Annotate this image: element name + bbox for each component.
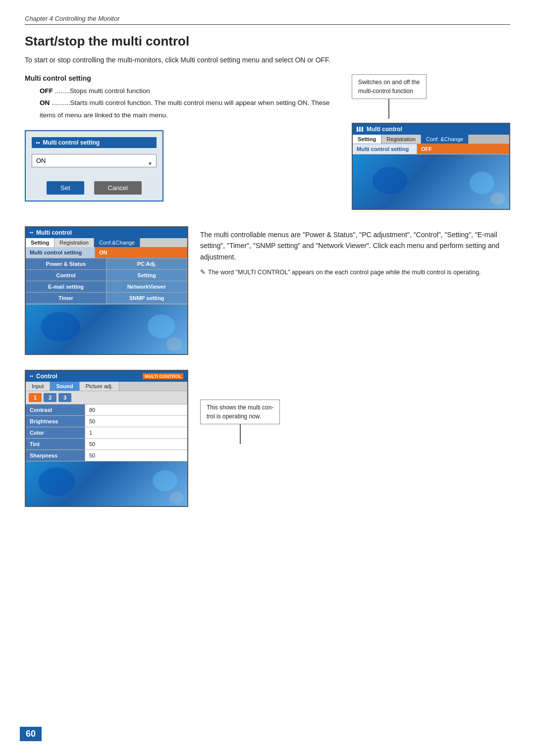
dialog-select[interactable]: ON OFF [32, 154, 157, 167]
mid-note: The word "MULTI CONTROL" appears on the … [200, 267, 510, 277]
ctrl-label-sharpness: Sharpness [26, 450, 85, 461]
mc-val-setting: ON [95, 247, 187, 258]
mid-right: The multi controllable menus are "Power … [200, 226, 510, 277]
ctrl-val-contrast: 80 [85, 404, 187, 415]
tab-conf-change[interactable]: Conf. &Change [421, 135, 469, 144]
bottom-section: ▪▪ Control MULTI CONTROL Input Sound Pic… [25, 370, 510, 507]
blob3 [490, 193, 505, 205]
mc-blob2 [148, 314, 175, 338]
mc-panel-header: ▪▪ Multi control [26, 227, 187, 238]
ctrl-blob2 [153, 470, 177, 491]
top-panel-header: ▪▪ Multi control [353, 124, 509, 135]
ctrl-tab-sound[interactable]: Sound [50, 382, 79, 391]
tab-registration[interactable]: Registration [381, 135, 421, 144]
page-number: 60 [20, 727, 42, 741]
blob1 [373, 167, 407, 194]
ctrl-val-color: 1 [85, 427, 187, 438]
mc-cell-netviewer[interactable]: NetworkViewer [107, 281, 187, 293]
ctrl-label-tint: Tint [26, 439, 85, 450]
mc-cell-snmp[interactable]: SNMP setting [107, 293, 187, 304]
ctrl-row-sharpness: Sharpness 50 [26, 450, 187, 461]
ctrl-screenshot [26, 461, 187, 506]
bottom-right: This shows the multi con- trol is operat… [200, 370, 510, 448]
bottom-left: ▪▪ Control MULTI CONTROL Input Sound Pic… [25, 370, 188, 507]
ctrl-tab-picadj[interactable]: Picture adj. [80, 382, 119, 391]
ctrl-tab-input[interactable]: Input [26, 382, 50, 391]
off-label: OFF [40, 87, 53, 95]
mc-tab-registration[interactable]: Registration [54, 238, 94, 247]
panel-value-setting: OFF [417, 144, 509, 154]
section-title: Start/stop the multi control [25, 34, 510, 49]
ctrl-label-color: Color [26, 427, 85, 438]
ctrl-num-1[interactable]: 1 [29, 393, 42, 402]
on-desc: ..........Starts multi control function.… [40, 99, 330, 118]
ctrl-val-tint: 50 [85, 439, 187, 450]
callout-line-bottom [240, 424, 241, 444]
mc-tab-setting[interactable]: Setting [26, 238, 54, 247]
mc-cell-setting[interactable]: Setting [107, 270, 187, 281]
ctrl-row-contrast: Contrast 80 [26, 404, 187, 416]
top-ui-panel: ▪▪ Multi control Setting Registration Co… [352, 123, 510, 210]
mc-panel-tabs: Setting Registration Conf.&Change [26, 238, 187, 247]
panel-label-setting: Multi control setting [353, 144, 417, 154]
ctrl-blob3 [169, 492, 183, 504]
ctrl-num-row: 1 2 3 [26, 391, 187, 404]
dialog-buttons: Set Cancel [32, 181, 157, 195]
on-label: ON [40, 99, 50, 106]
on-setting: ON ..........Starts multi control functi… [40, 97, 342, 121]
mid-paragraph: The multi controllable menus are "Power … [200, 229, 510, 262]
mc-cell-control[interactable]: Control [26, 270, 107, 281]
mid-left: ▪▪ Multi control Setting Registration Co… [25, 226, 188, 355]
setting-list: OFF ........Stops multi control function… [40, 85, 342, 121]
ctrl-label-contrast: Contrast [26, 404, 85, 415]
callout-bottom: This shows the multi con- trol is operat… [200, 400, 280, 444]
top-panel-tabs: Setting Registration Conf. &Change [353, 135, 509, 144]
callout-text-top: Switches on and off the multi-control fu… [352, 74, 427, 99]
mc-blob3 [166, 337, 182, 351]
mc-row-setting: Multi control setting ON [26, 247, 187, 258]
mc-tab-conf[interactable]: Conf.&Change [94, 238, 140, 247]
mc-cell-email[interactable]: E-mail setting [26, 281, 107, 293]
callout-line-top [388, 99, 389, 119]
tab-setting[interactable]: Setting [353, 135, 381, 144]
multi-badge: MULTI CONTROL [143, 373, 183, 379]
top-panel-preview [353, 154, 509, 209]
ctrl-header: ▪▪ Control MULTI CONTROL [26, 371, 187, 382]
mc-screenshot [26, 304, 187, 354]
set-button[interactable]: Set [47, 181, 84, 195]
ctrl-dots: ▪▪ [30, 373, 33, 379]
ctrl-tabs: Input Sound Picture adj. [26, 382, 187, 391]
top-right: Switches on and off the multi-control fu… [352, 74, 510, 210]
ctrl-blob1 [38, 467, 75, 496]
mc-cell-power[interactable]: Power & Status [26, 258, 107, 270]
mc-dots: ▪▪ [30, 230, 33, 235]
mc-cell-pcadj[interactable]: PC Adj. [107, 258, 187, 270]
ctrl-num-3[interactable]: 3 [58, 393, 71, 402]
panel-icon: ▪▪ [357, 127, 364, 132]
off-desc: ........Stops multi control function [55, 87, 150, 95]
blob2 [470, 172, 494, 194]
top-section: Multi control setting OFF ........Stops … [25, 74, 510, 211]
ctrl-label-brightness: Brightness [26, 416, 85, 427]
mc-label-setting: Multi control setting [26, 247, 95, 258]
callout-text-bottom: This shows the multi con- trol is operat… [200, 400, 280, 424]
multi-control-setting-heading: Multi control setting [25, 74, 342, 82]
chapter-title: Chapter 4 Controlling the Monitor [25, 15, 510, 25]
cancel-button[interactable]: Cancel [94, 181, 142, 195]
mc-cell-timer[interactable]: Timer [26, 293, 107, 304]
multi-control-dialog: ▪▪ Multi control setting ON OFF Set Canc… [25, 130, 163, 202]
dialog-icon: ▪▪ [36, 139, 40, 146]
intro-text: To start or stop controlling the multi-m… [25, 55, 510, 65]
ctrl-val-brightness: 50 [85, 416, 187, 427]
ctrl-num-2[interactable]: 2 [44, 393, 56, 402]
panel-row-setting: Multi control setting OFF [353, 144, 509, 154]
dialog-title: ▪▪ Multi control setting [32, 137, 157, 148]
dialog-select-wrapper[interactable]: ON OFF [32, 154, 157, 173]
mc-grid: Power & Status PC Adj. Control Setting E… [26, 258, 187, 304]
mid-section: ▪▪ Multi control Setting Registration Co… [25, 226, 510, 355]
ctrl-row-color: Color 1 [26, 427, 187, 439]
callout-top: Switches on and off the multi-control fu… [352, 74, 427, 119]
ctrl-panel: ▪▪ Control MULTI CONTROL Input Sound Pic… [25, 370, 188, 507]
mc-panel: ▪▪ Multi control Setting Registration Co… [25, 226, 188, 355]
off-setting: OFF ........Stops multi control function [40, 85, 342, 97]
